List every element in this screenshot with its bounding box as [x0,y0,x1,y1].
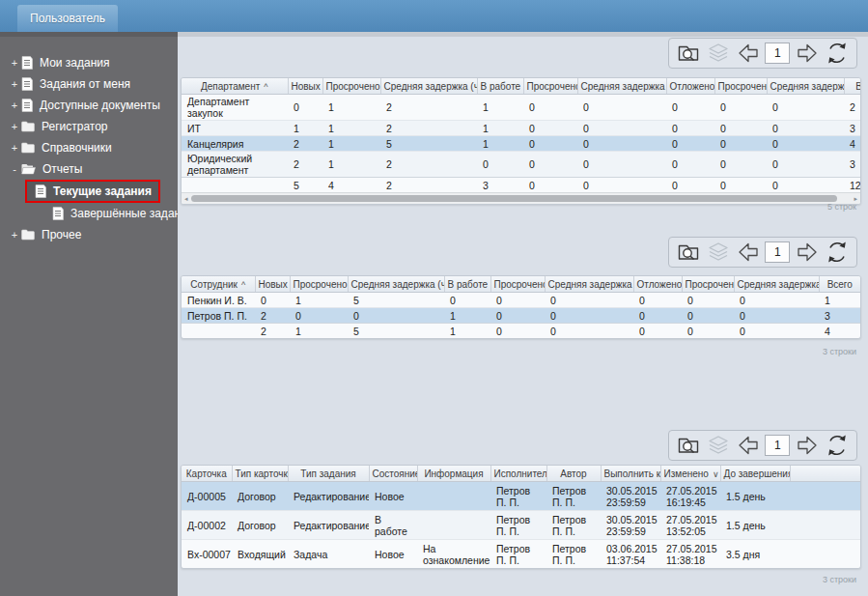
horizontal-scrollbar[interactable]: ◂ ▸ [182,192,860,204]
table-cell: 0 [633,293,682,308]
grouping-button[interactable] [706,41,731,66]
expand-icon[interactable]: + [8,78,21,90]
refresh-button[interactable] [825,433,850,458]
expand-icon[interactable]: + [8,99,21,111]
column-header[interactable]: Средняя задержка (ч) [767,78,844,95]
table-total-row[interactable]: 54230000012 [182,178,861,193]
sidebar-item-my-tasks[interactable]: +Мои задания [0,52,178,73]
refresh-button[interactable] [825,41,850,66]
sidebar-item-label: Мои задания [40,56,110,70]
column-header[interactable]: Отложено [633,276,682,293]
search-button[interactable] [676,240,701,265]
table-row[interactable]: Петров П. П.2001000003 [182,308,860,324]
search-button[interactable] [676,433,701,458]
column-header[interactable]: Просрочено [322,78,380,95]
table-cell: 0 [734,308,819,324]
page-number-input[interactable] [765,241,790,263]
column-header[interactable]: Просрочено [490,276,545,293]
table-cell: Петров П. П. [490,540,546,569]
table-row[interactable]: ИТ1121000003 [182,121,861,136]
search-button[interactable] [676,41,701,66]
table-row[interactable]: Д-00005ДоговорРедактированиеНовоеПетров … [182,482,860,511]
table-row[interactable]: Департамент закупок0121000002 [182,95,861,121]
scroll-right-icon[interactable]: ▸ [854,195,857,202]
page-number-input[interactable] [765,43,790,64]
column-header[interactable]: В работе [477,78,523,95]
application-window: Пользователь +Мои задания+Задания от мен… [0,0,868,596]
column-header[interactable]: Всего [819,276,860,293]
column-header[interactable]: Изменено∨ [660,466,720,482]
scroll-left-icon[interactable]: ◂ [184,195,188,202]
folder-icon [21,142,35,154]
next-page-button[interactable] [795,41,820,66]
column-header[interactable]: Просрочено [290,276,348,293]
table-cell [790,511,860,540]
table-row[interactable]: Пенкин И. В.0150000001 [182,293,860,308]
sidebar-item-completed-tasks[interactable]: Завершённые задания [0,203,178,224]
column-header[interactable]: В работе [444,276,490,293]
sidebar-item-available-documents[interactable]: +Доступные документы [0,95,178,116]
table-total-row[interactable]: 2151000004 [182,324,860,339]
column-header[interactable]: Сотрудник^ [182,276,255,293]
sidebar-item-reports[interactable]: -Отчеты [0,158,178,180]
table-row[interactable]: Д-00002ДоговорРедактированиеВ работеПетр… [182,511,860,540]
column-header[interactable]: Средняя задержка (ч) [545,276,633,293]
refresh-button[interactable] [825,240,850,265]
scrollbar-thumb[interactable] [191,195,838,202]
table-cell: 0 [714,178,767,193]
grouping-button[interactable] [706,240,731,265]
column-header[interactable]: Средняя задержка (ч) [734,276,819,293]
column-header[interactable]: Исполнитель [490,466,546,482]
sidebar-item-current-tasks[interactable]: Текущие задания [25,180,160,203]
prev-page-button[interactable] [736,41,761,66]
column-header[interactable] [790,466,860,482]
tab-user[interactable]: Пользователь [17,5,118,32]
column-header[interactable]: Информация [417,466,490,482]
column-header[interactable]: Автор [546,466,601,482]
doc-icon [35,184,46,198]
column-header[interactable]: Всего [844,78,861,95]
column-header[interactable]: Просрочено [682,276,734,293]
next-page-button[interactable] [795,240,820,265]
sidebar-item-tasks-from-me[interactable]: +Задания от меня [0,73,178,95]
column-header[interactable]: Отложено [666,78,714,95]
column-header[interactable]: Новых [288,78,322,95]
prev-page-button[interactable] [736,433,761,458]
table-cell: Петров П. П. [490,511,546,540]
row-count-label: 5 строк [827,202,856,212]
page-number-input[interactable] [765,435,790,456]
column-header[interactable]: Выполнить к [601,466,660,482]
grouping-button[interactable] [706,433,731,458]
table-cell: 2 [288,136,322,152]
column-header[interactable]: Департамент^ [182,78,288,95]
column-header[interactable]: Просрочено [523,78,577,95]
column-header[interactable]: До завершения [720,466,790,482]
expand-icon[interactable]: + [8,57,21,69]
sidebar-item-label: Текущие задания [53,184,152,198]
table-cell: Департамент закупок [182,95,288,121]
table-row[interactable]: Вх-00007ВходящийЗадачаНовоеНа ознакомлен… [182,540,860,569]
column-header[interactable]: Карточка [182,466,232,482]
table-row[interactable]: Юридический департамент2120000003 [182,152,861,178]
sidebar-item-directories[interactable]: +Справочники [0,137,178,158]
column-header[interactable]: Средняя задержка (ч) [380,78,477,95]
sidebar-item-label: Доступные документы [40,99,160,112]
collapse-icon[interactable]: - [8,163,21,175]
column-header[interactable]: Состояние [369,466,417,482]
column-header[interactable]: Средняя задержка (ч) [577,78,666,95]
next-page-button[interactable] [795,433,820,458]
column-header[interactable]: Тип карточки [232,466,288,482]
expand-icon[interactable]: + [8,121,21,132]
prev-page-button[interactable] [736,240,761,265]
column-header[interactable]: Тип задания [288,466,369,482]
sidebar-item-other[interactable]: +Прочее [0,224,178,245]
table-row[interactable]: Канцелярия2151000004 [182,136,861,152]
table-cell: Юридический департамент [182,152,288,178]
table-cell: Петров П. П. [546,540,601,569]
column-header[interactable]: Просрочено [714,78,767,95]
expand-icon[interactable]: + [8,229,21,241]
expand-icon[interactable]: + [8,142,21,154]
column-header[interactable]: Средняя задержка (ч) [348,276,444,293]
sidebar-item-registrar[interactable]: +Регистратор [0,116,178,137]
column-header[interactable]: Новых [255,276,290,293]
